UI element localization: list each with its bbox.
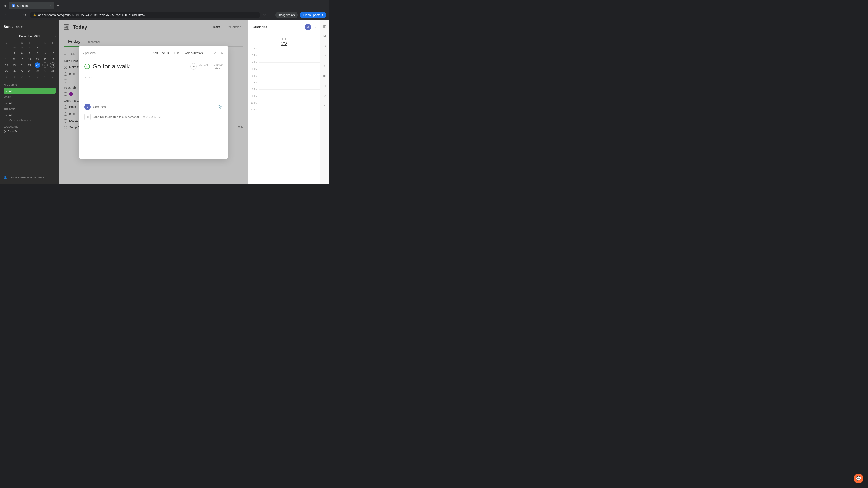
finish-update-button[interactable]: Finish update ▾: [300, 12, 327, 18]
rs-icon-edit[interactable]: ✏: [322, 63, 328, 69]
rs-icon-calendar[interactable]: ▦: [322, 23, 328, 29]
tab-arrow-back[interactable]: ◀: [2, 3, 8, 8]
cal-day-24[interactable]: 24: [50, 62, 55, 68]
cal-day-14[interactable]: 14: [27, 57, 32, 62]
sidebar-item-personal-all[interactable]: # all: [4, 111, 56, 118]
cal-day-15[interactable]: 15: [35, 57, 40, 62]
comment-user-avatar: J: [84, 104, 91, 110]
cal-day-9[interactable]: 9: [42, 51, 48, 56]
nav-reload-button[interactable]: ↺: [21, 11, 28, 19]
right-panel-header: Calendar J →: [248, 20, 320, 34]
modal-more-options-button[interactable]: ···: [206, 50, 211, 56]
rs-icon-grid[interactable]: ⬡: [322, 53, 328, 59]
work-section: WORK # all: [0, 96, 59, 105]
calendar-user-item[interactable]: John Smith: [4, 129, 56, 134]
due-date-button[interactable]: Due: [173, 51, 182, 56]
cal-day-1[interactable]: 1: [35, 45, 40, 50]
notes-field[interactable]: Notes...: [84, 74, 223, 96]
sidebar-item-all-channels[interactable]: # all: [4, 88, 56, 94]
cal-day-6[interactable]: 6: [19, 51, 25, 56]
cal-day-23[interactable]: 23: [42, 62, 48, 68]
cal-day-28-prev[interactable]: 28: [11, 45, 17, 50]
cal-day-13[interactable]: 13: [19, 57, 25, 62]
actual-col: ACTUAL --:--: [199, 64, 208, 69]
cal-day-3[interactable]: 3: [50, 45, 55, 50]
cal-day-29-prev[interactable]: 29: [19, 45, 25, 50]
invite-button[interactable]: 👤+ Invite someone to Sunsama: [0, 173, 59, 182]
cal-day-30[interactable]: 30: [42, 68, 48, 74]
split-view-icon[interactable]: ⊡: [269, 12, 274, 18]
cal-day-28[interactable]: 28: [27, 68, 32, 74]
activity-calendar-icon: ▦: [84, 113, 91, 120]
app-logo-header[interactable]: Sunsama ▾: [0, 23, 59, 31]
nav-forward-button[interactable]: →: [12, 11, 19, 19]
rs-icon-github[interactable]: ⌬: [322, 83, 328, 89]
nav-back-button[interactable]: ←: [3, 11, 10, 19]
cal-day-8[interactable]: 8: [35, 51, 40, 56]
cal-next-month-button[interactable]: ›: [54, 33, 57, 39]
rs-icon-circle[interactable]: ◎: [322, 93, 328, 99]
rs-icon-home[interactable]: ⌂: [322, 103, 328, 109]
cal-day-22-today[interactable]: 22: [35, 62, 40, 68]
incognito-button[interactable]: Incognito (2): [275, 12, 298, 18]
bookmark-star-icon[interactable]: ☆: [262, 12, 267, 18]
cal-day-27[interactable]: 27: [19, 68, 25, 74]
time-label-5pm: 5 PM: [248, 68, 259, 70]
cal-day-1-next[interactable]: 1: [4, 74, 9, 79]
cal-day-3-next[interactable]: 3: [19, 74, 25, 79]
cal-day-10[interactable]: 10: [50, 51, 55, 56]
sidebar-item-work-all[interactable]: # all: [4, 100, 56, 105]
comment-input[interactable]: [93, 105, 216, 109]
user-avatar[interactable]: J: [305, 24, 311, 30]
attach-file-button[interactable]: 📎: [218, 105, 223, 109]
cal-day-29[interactable]: 29: [35, 68, 40, 74]
timer-play-button[interactable]: ▶: [190, 63, 197, 70]
cal-day-4[interactable]: 4: [4, 51, 9, 56]
cal-day-19[interactable]: 19: [11, 62, 17, 68]
cal-day-31[interactable]: 31: [50, 68, 55, 74]
modal-expand-button[interactable]: ⤢: [213, 50, 217, 56]
cal-day-7-next[interactable]: 7: [50, 74, 55, 79]
task-complete-toggle[interactable]: ✓: [84, 64, 90, 69]
address-text: app.sunsama.com/group/17031827644696380?…: [38, 13, 146, 17]
cal-day-4-next[interactable]: 4: [27, 74, 32, 79]
right-panel-forward-icon[interactable]: →: [313, 25, 316, 29]
paperclip-icon: 📎: [218, 105, 223, 109]
cal-day-18[interactable]: 18: [4, 62, 9, 68]
cal-prev-month-button[interactable]: ‹: [3, 33, 6, 39]
new-tab-button[interactable]: +: [55, 2, 61, 9]
start-date-button[interactable]: Start: Dec 23: [150, 51, 170, 56]
cal-day-26[interactable]: 26: [11, 68, 17, 74]
cal-day-11[interactable]: 11: [4, 57, 9, 62]
cal-day-27-prev[interactable]: 27: [4, 45, 9, 50]
modal-close-button[interactable]: ✕: [219, 50, 224, 56]
rs-icon-mail[interactable]: M: [322, 33, 328, 39]
modal-overlay[interactable]: # personal Start: Dec 23 Due Add subtask…: [59, 20, 248, 184]
cal-day-25[interactable]: 25: [4, 68, 9, 74]
rs-icon-sync[interactable]: ↺: [322, 43, 328, 49]
cal-day-21[interactable]: 21: [27, 62, 32, 68]
address-bar[interactable]: 🔒 app.sunsama.com/group/1703182764469638…: [30, 12, 260, 18]
cal-day-16[interactable]: 16: [42, 57, 48, 62]
channels-title: CHANNELS: [4, 84, 56, 87]
cal-day-6-next[interactable]: 6: [42, 74, 48, 79]
cal-day-5[interactable]: 5: [11, 51, 17, 56]
calendars-section: CALENDARS John Smith: [0, 126, 59, 134]
cal-day-5-next[interactable]: 5: [35, 74, 40, 79]
cal-header-S2: S: [49, 41, 57, 44]
cal-day-2[interactable]: 2: [42, 45, 48, 50]
calendar-panel: FRI 22 2 PM 3 PM 4 PM 5 PM 6 PM: [248, 34, 320, 184]
planned-col: PLANNED 0:30: [212, 64, 223, 69]
cal-day-12[interactable]: 12: [11, 57, 17, 62]
add-subtasks-button[interactable]: Add subtasks: [183, 51, 205, 56]
tab-close-button[interactable]: ✕: [49, 4, 51, 7]
manage-channels-item[interactable]: + Manage Channels: [4, 118, 56, 123]
cal-day-7[interactable]: 7: [27, 51, 32, 56]
cal-fri-label: FRI: [248, 37, 320, 40]
cal-day-17[interactable]: 17: [50, 57, 55, 62]
cal-day-30-prev[interactable]: 30: [27, 45, 32, 50]
browser-tab-sunsama[interactable]: S Sunsama ✕: [9, 2, 54, 9]
cal-day-20[interactable]: 20: [19, 62, 25, 68]
cal-day-2-next[interactable]: 2: [11, 74, 17, 79]
rs-icon-table[interactable]: ▣: [322, 73, 328, 79]
